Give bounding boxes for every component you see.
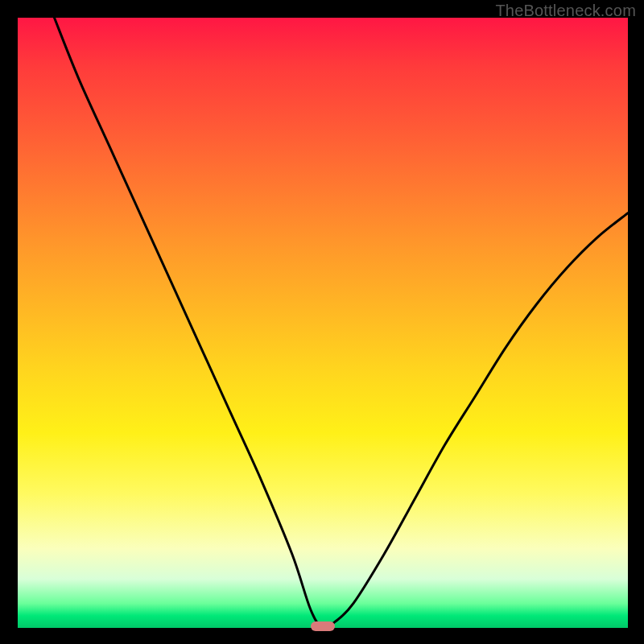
minimum-marker (311, 621, 335, 630)
bottleneck-curve-path (54, 18, 628, 628)
chart-curve (18, 18, 628, 628)
attribution-text: TheBottleneck.com (495, 2, 636, 20)
chart-container (18, 18, 628, 628)
